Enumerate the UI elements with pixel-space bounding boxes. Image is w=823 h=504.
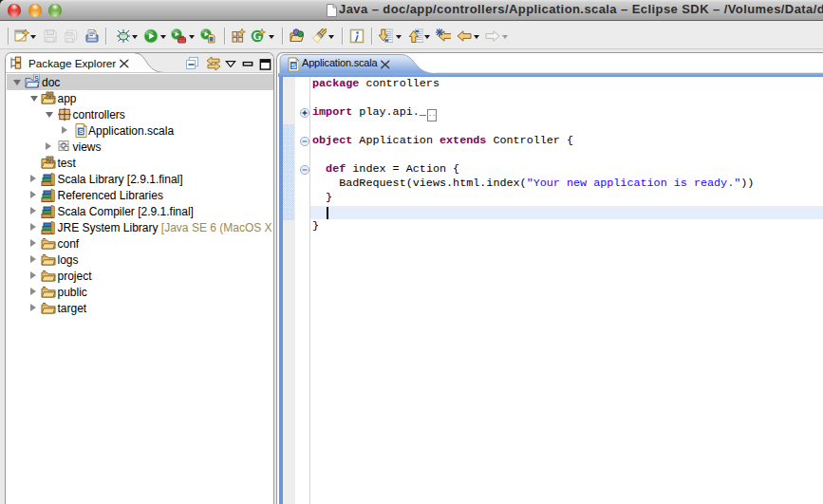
svg-text:S: S [291,62,297,70]
svg-text:S: S [78,127,84,136]
svg-text:S: S [34,74,39,83]
